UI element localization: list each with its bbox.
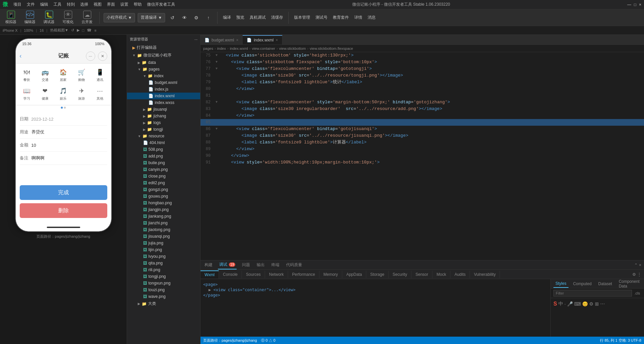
ime-icon-more[interactable]: ⋯ [600, 301, 605, 307]
styles-cls-label[interactable]: .cls [633, 291, 642, 295]
detail-label[interactable]: 详情 [353, 15, 364, 20]
ime-icon-kb[interactable]: ⌨ [574, 301, 581, 307]
ime-icon-mic[interactable]: 🎤 [567, 301, 573, 307]
file-jiaotong-png[interactable]: 🖼 jiaotong.png [127, 226, 200, 233]
preview-button[interactable]: 👁 可视化 [60, 9, 76, 26]
version-label[interactable]: 版本管理 [293, 15, 311, 20]
open-folder-btn[interactable]: ▶ 打开编辑器 [127, 44, 200, 51]
device-nav-icon-4[interactable]: ☎ [87, 28, 92, 32]
menu-item-project[interactable]: 项目 [13, 2, 21, 7]
file-jianzhi-png[interactable]: 🖼 jianzhi.png [127, 220, 200, 226]
menu-item-settings[interactable]: 设置 [120, 2, 128, 7]
fold-82[interactable]: ▼ [214, 99, 219, 106]
tab-budget-wxml[interactable]: 📄 budget.wxml × [201, 35, 243, 44]
file-jujia-png[interactable]: 🖼 jujia.png [127, 240, 200, 246]
file-add-png[interactable]: 🖼 add.png [127, 153, 200, 159]
devtool-tab-mock[interactable]: Mock [432, 271, 450, 278]
styles-tab-computed[interactable]: Computed [571, 280, 594, 288]
bottom-tab-quality[interactable]: 代码质量 [285, 261, 303, 269]
ime-icon-face[interactable]: 😊 [582, 301, 588, 307]
devtools-settings-icon[interactable]: ⚙ [632, 272, 636, 277]
cat-item-xuexi[interactable]: 📖 学习 [18, 85, 35, 102]
devtool-tab-storage[interactable]: Storage [366, 271, 389, 278]
ime-icon-settings[interactable]: ⚙ [589, 301, 594, 307]
devtool-tab-wxml[interactable]: Wxml [201, 270, 219, 278]
realtest-label[interactable]: 真机调试 [248, 15, 267, 20]
complete-button[interactable]: 完成 [20, 185, 107, 200]
menu-item-tools[interactable]: 工具 [53, 2, 61, 7]
win-minimize-button[interactable]: — [627, 2, 631, 7]
bottom-close-icon[interactable]: × [639, 263, 641, 267]
devtool-tab-security[interactable]: Security [389, 271, 411, 278]
file-touzi-png[interactable]: 🖼 touzi.png [127, 286, 200, 293]
folder-data[interactable]: ▶ 📁 data [127, 59, 200, 66]
breadcrumb-index[interactable]: index [217, 46, 226, 50]
file-qita-png[interactable]: 🖼 qita.png [127, 260, 200, 266]
ime-icon-grid[interactable]: ⊞ [595, 301, 599, 307]
indexwxml-tab-close[interactable]: × [276, 38, 278, 42]
container-arrow[interactable]: ▶ [209, 288, 211, 292]
file-budget-wxml[interactable]: 📄 budget.wxml [127, 79, 200, 86]
file-jiangjin-png[interactable]: 🖼 jiangjin.png [127, 206, 200, 213]
file-gongzi-png[interactable]: 🖼 gongzi.png [127, 186, 200, 193]
simulate-button[interactable]: 📱 模拟器 [3, 9, 19, 26]
delete-button[interactable]: 删除 [20, 203, 107, 218]
file-gouwu-png[interactable]: 🖼 gouwu.png [127, 193, 200, 200]
devtool-tab-sensor[interactable]: Sensor [411, 271, 432, 278]
devtool-tab-console[interactable]: Console [219, 271, 242, 278]
file-edit2-png[interactable]: 🖼 edit2.png [127, 180, 200, 186]
code-area[interactable]: 75 ▼ <view class='stickbottom' style='he… [201, 52, 644, 260]
upload-icon-btn[interactable]: ↑ [204, 13, 213, 22]
devtool-tab-vulnerability[interactable]: Vulnerability [470, 271, 500, 278]
ime-icon-chinese[interactable]: 中 [558, 301, 563, 307]
phone-menu-icon[interactable]: ··· [86, 51, 95, 61]
file-jiankang-png[interactable]: 🖼 jiankang.png [127, 213, 200, 220]
devtool-tab-performance[interactable]: Performance [288, 271, 319, 278]
win-maximize-button[interactable]: □ [634, 2, 636, 7]
bottom-tab-terminal[interactable]: 终端 [270, 261, 281, 269]
menu-item-view[interactable]: 视图 [94, 2, 102, 7]
project-root[interactable]: ▼ 📁 微信记账小程序 [127, 51, 200, 59]
file-lvyou-png[interactable]: 🖼 lvyou.png [127, 253, 200, 260]
file-butie-png[interactable]: 🖼 butie.png [127, 159, 200, 166]
cat-item-yule[interactable]: 🎵 娱乐 [55, 85, 72, 102]
styles-filter-input[interactable] [553, 290, 632, 297]
debug-button[interactable]: 🐛 调试器 [41, 9, 57, 26]
devtool-tab-sources[interactable]: Sources [242, 271, 265, 278]
menu-item-interface[interactable]: 界面 [107, 2, 115, 7]
bottom-expand-icon[interactable]: ⌃ [634, 263, 638, 267]
cloud-button[interactable]: ☁ 云开发 [79, 9, 95, 26]
cat-item-gouwu[interactable]: 🛒 购物 [73, 66, 90, 84]
breadcrumb-container[interactable]: view.container [252, 46, 275, 50]
win-close-button[interactable]: × [639, 2, 641, 7]
menu-item-goto[interactable]: 转到 [67, 2, 75, 7]
bottom-tab-build[interactable]: 构建 [203, 261, 214, 269]
file-index-wxss[interactable]: 📄 index.wxss [127, 99, 200, 106]
fold-86[interactable]: ▼ [214, 126, 219, 132]
devtool-tab-network[interactable]: Network [265, 271, 288, 278]
phone-back-button[interactable]: ‹ [20, 52, 22, 60]
message-label[interactable]: 消息 [366, 15, 377, 20]
cat-item-lvyou[interactable]: ✈ 旅游 [73, 85, 90, 102]
bottom-tab-debug[interactable]: 调试 19 [218, 260, 237, 269]
styles-tab-componentdata[interactable]: Component Data [617, 279, 641, 290]
folder-big[interactable]: ▶ 📁 大类 [127, 300, 200, 308]
file-508-png[interactable]: 🖼 508.png [127, 146, 200, 153]
testkey-label[interactable]: 测试号 [314, 15, 329, 20]
cat-item-canyin[interactable]: 🍽 餐饮 [18, 66, 35, 84]
devtool-tab-memory[interactable]: Memory [319, 271, 342, 278]
file-panel-more-icon[interactable]: ··· [195, 37, 198, 41]
folder-jisuanqi[interactable]: ▶ 📁 jisuanqi [127, 106, 200, 113]
ime-icon-dot[interactable]: · [564, 301, 566, 307]
styles-tab-dataset[interactable]: Dataset [596, 280, 614, 288]
bottom-tab-output[interactable]: 输出 [255, 261, 266, 269]
menu-item-select[interactable]: 选择 [80, 2, 88, 7]
compile-label[interactable]: 编译 [222, 15, 232, 20]
file-lijin-png[interactable]: 🖼 lijin.png [127, 246, 200, 253]
clean-label[interactable]: 清缓存 [270, 15, 284, 20]
file-404-html[interactable]: 📄 404.html [127, 139, 200, 146]
breadcrumb-file[interactable]: index.wxml [230, 46, 248, 50]
ime-icon-s[interactable]: S [553, 301, 557, 307]
preview-icon-btn[interactable]: 👁 [180, 13, 189, 22]
breadcrumb-flexspace[interactable]: view.stickbottom.flexspace [310, 46, 353, 50]
